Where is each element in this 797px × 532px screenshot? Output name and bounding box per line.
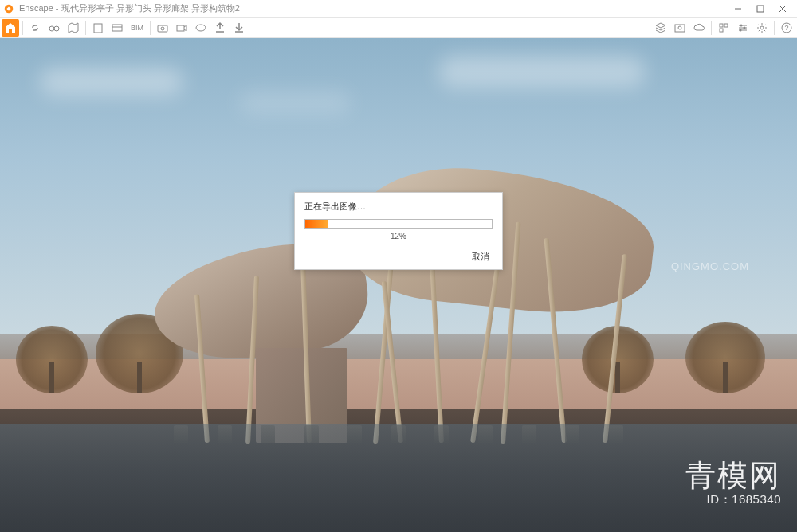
svg-rect-18 bbox=[720, 24, 723, 27]
export-button[interactable] bbox=[211, 19, 229, 37]
svg-rect-10 bbox=[112, 25, 122, 31]
window-controls bbox=[727, 1, 794, 17]
viewport[interactable]: 正在导出图像… 12% 取消 QINGMO.COM 青模网 ID：1685340 bbox=[0, 38, 797, 532]
render-scene bbox=[0, 38, 797, 532]
cancel-button[interactable]: 取消 bbox=[469, 250, 493, 263]
svg-text:?: ? bbox=[784, 24, 788, 32]
assets-button[interactable] bbox=[715, 19, 732, 37]
help-button[interactable]: ? bbox=[778, 19, 795, 37]
bim-label: BIM bbox=[128, 24, 147, 32]
svg-rect-7 bbox=[94, 24, 102, 33]
svg-point-13 bbox=[161, 27, 164, 30]
link-button[interactable] bbox=[26, 19, 44, 37]
svg-point-5 bbox=[49, 26, 54, 31]
svg-point-24 bbox=[740, 24, 743, 26]
svg-point-27 bbox=[760, 26, 764, 29]
svg-point-15 bbox=[196, 25, 206, 31]
svg-rect-12 bbox=[158, 25, 167, 32]
title-bar: Enscape - 现代异形亭子 异形门头 异形廊架 异形构筑物2 bbox=[0, 0, 797, 18]
progress-fill bbox=[305, 220, 328, 228]
close-button[interactable] bbox=[771, 1, 794, 17]
cloud-button[interactable] bbox=[690, 19, 708, 37]
svg-rect-19 bbox=[724, 24, 728, 27]
home-button[interactable] bbox=[2, 19, 19, 37]
progress-bar bbox=[304, 219, 493, 229]
maximize-button[interactable] bbox=[749, 1, 771, 17]
panorama-button[interactable] bbox=[192, 19, 210, 37]
layers-button[interactable] bbox=[652, 19, 669, 37]
progress-label: 12% bbox=[304, 232, 493, 241]
video-button[interactable] bbox=[173, 19, 190, 37]
svg-rect-16 bbox=[675, 25, 685, 32]
svg-rect-20 bbox=[720, 29, 723, 32]
svg-rect-14 bbox=[177, 25, 184, 31]
map-button[interactable] bbox=[65, 19, 82, 37]
dialog-title: 正在导出图像… bbox=[304, 201, 493, 213]
building-button[interactable] bbox=[89, 19, 107, 37]
svg-point-26 bbox=[740, 29, 742, 31]
movie-button[interactable] bbox=[108, 19, 126, 37]
download-button[interactable] bbox=[230, 19, 248, 37]
settings-button[interactable] bbox=[753, 19, 771, 37]
window-title: Enscape - 现代异形亭子 异形门头 异形廊架 异形构筑物2 bbox=[19, 2, 727, 14]
svg-point-17 bbox=[678, 26, 681, 29]
svg-point-25 bbox=[744, 26, 746, 29]
binoculars-button[interactable] bbox=[45, 19, 63, 37]
toolbar: BIM bbox=[0, 18, 797, 38]
svg-rect-2 bbox=[757, 6, 764, 12]
minimize-button[interactable] bbox=[727, 1, 749, 17]
camera-button[interactable] bbox=[154, 19, 171, 37]
app-icon bbox=[3, 3, 14, 14]
export-dialog: 正在导出图像… 12% 取消 bbox=[294, 192, 503, 270]
screenshot-button[interactable] bbox=[671, 19, 689, 37]
svg-point-6 bbox=[54, 26, 59, 31]
visual-settings-button[interactable] bbox=[734, 19, 752, 37]
